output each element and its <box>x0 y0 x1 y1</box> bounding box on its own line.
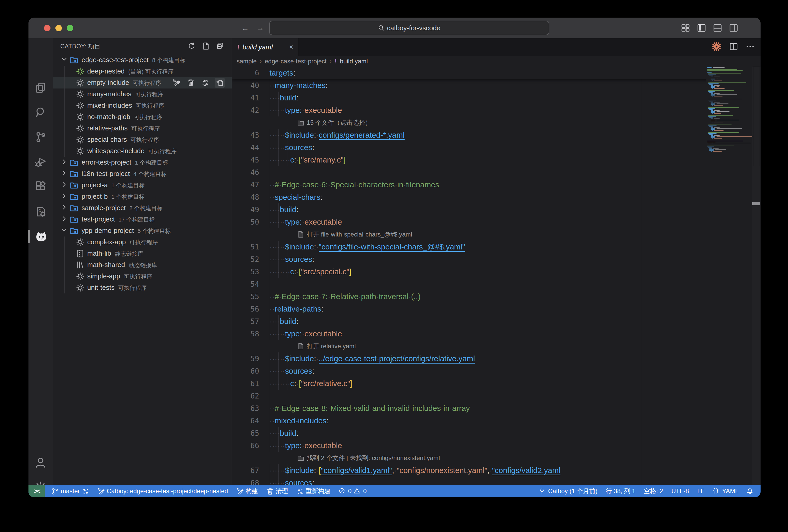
tree-target-empty-include[interactable]: empty-include可执行程序 <box>53 77 232 88</box>
panel-bottom-icon[interactable] <box>713 24 722 32</box>
status-空格: 2[interactable]: 空格: 2 <box>640 485 667 497</box>
chevron-right-icon[interactable] <box>61 170 67 178</box>
chevron-right-icon[interactable] <box>61 193 67 201</box>
tree-target-many-matches[interactable]: many-matches可执行程序 <box>53 88 232 100</box>
activity-search[interactable] <box>28 102 53 123</box>
activity-extensions[interactable] <box>28 177 53 197</box>
catboy-asterisk-icon[interactable] <box>712 42 721 52</box>
code-line-66[interactable]: 66······type:·executable <box>232 439 761 452</box>
tree-project-project-a[interactable]: project-a1 个构建目标 <box>53 180 232 191</box>
breadcrumb-item[interactable]: build.yaml <box>340 58 368 65</box>
chevron-right-icon[interactable] <box>61 204 67 212</box>
code-line-60[interactable]: 60······sources: <box>232 365 761 377</box>
breadcrumb-item[interactable]: sample <box>237 58 257 65</box>
code-line-48[interactable]: 48··special-chars: <box>232 191 761 203</box>
refresh-icon[interactable] <box>188 42 195 50</box>
tree-target-no-match-glob[interactable]: no-match-glob可执行程序 <box>53 111 232 123</box>
tree-project-project-b[interactable]: project-b1 个构建目标 <box>53 191 232 202</box>
status-清理[interactable]: 清理 <box>262 485 292 497</box>
code-line-68[interactable]: 68······sources: <box>232 477 761 485</box>
code-line-46[interactable]: 46 <box>232 166 761 179</box>
tree-project-ypp-demo-project[interactable]: ypp-demo-project5 个构建目标 <box>53 225 232 237</box>
tree-target-deep-nested[interactable]: deep-nested(当前) 可执行程序 <box>53 66 232 77</box>
minimize-window-button[interactable] <box>55 25 62 31</box>
code-line-67[interactable]: 67······$include:·["configs/valid1.yaml"… <box>232 464 761 477</box>
panel-right-icon[interactable] <box>729 24 738 32</box>
activity-account[interactable] <box>28 452 53 473</box>
code-line-63[interactable]: 63··#·Edge·case·8:·Mixed·valid·and·inval… <box>232 402 761 414</box>
activity-build-tools[interactable]: C++ <box>28 201 53 222</box>
back-icon[interactable]: ← <box>241 23 249 32</box>
chevron-down-icon[interactable] <box>61 227 67 235</box>
code-line-54[interactable]: 54 <box>232 278 761 290</box>
tree-target-whitespace-include[interactable]: whitespace-include可执行程序 <box>53 145 232 157</box>
close-window-button[interactable] <box>44 25 51 31</box>
code-line-64[interactable]: 64··mixed-includes: <box>232 414 761 427</box>
tree-target-relative-paths[interactable]: relative-paths可执行程序 <box>53 123 232 134</box>
code-lens-hint[interactable]: 打开 file-with-special-chars_@#$.yaml <box>232 228 761 241</box>
code-line-45[interactable]: 45········c:·["src/many.c"] <box>232 154 761 166</box>
code-line-41[interactable]: 41····build: <box>232 91 761 104</box>
tree-project-sample-project[interactable]: sample-project2 个构建目标 <box>53 202 232 214</box>
code-line-49[interactable]: 49····build: <box>232 203 761 216</box>
tree-target-unit-tests[interactable]: unit-tests可执行程序 <box>53 282 232 293</box>
action-trash[interactable] <box>185 78 196 88</box>
collapse-all-icon[interactable] <box>217 42 224 50</box>
more-actions-icon[interactable] <box>746 42 754 52</box>
tree-target-mixed-includes[interactable]: mixed-includes可执行程序 <box>53 100 232 111</box>
minimap[interactable] <box>706 67 752 485</box>
new-file-icon[interactable] <box>202 42 210 50</box>
status-YAML[interactable]: YAML <box>709 485 743 497</box>
code-lens-hint[interactable]: 找到 2 个文件 | 未找到: configs/nonexistent.yaml <box>232 452 761 464</box>
sticky-scroll-line[interactable]: 6targets: <box>232 67 752 79</box>
status-bell[interactable] <box>743 485 758 497</box>
chevron-right-icon[interactable] <box>61 181 67 189</box>
status-UTF-8[interactable]: UTF-8 <box>667 485 693 497</box>
chevron-right-icon[interactable] <box>61 159 67 167</box>
tree-target-math-shared[interactable]: math-shared动态链接库 <box>53 259 232 271</box>
code-line-50[interactable]: 50······type:·executable <box>232 216 761 228</box>
split-editor-icon[interactable] <box>729 42 738 52</box>
zoom-window-button[interactable] <box>67 25 73 31</box>
code-line-62[interactable]: 62 <box>232 390 761 402</box>
code-line-47[interactable]: 47··#·Edge·case·6:·Special·characters·in… <box>232 179 761 191</box>
activity-catboy[interactable] <box>28 226 53 247</box>
chevron-down-icon[interactable] <box>61 56 67 64</box>
code-line-59[interactable]: 59······$include:·../edge-case-test-proj… <box>232 352 761 365</box>
breadcrumb-item[interactable]: edge-case-test-project <box>265 58 327 65</box>
code-line-55[interactable]: 55··#·Edge·case·7:·Relative·path·travers… <box>232 290 761 303</box>
tab-build-yaml[interactable]: ! build.yaml × <box>232 38 299 56</box>
status-重新构建[interactable]: 重新构建 <box>292 485 335 497</box>
code-line-43[interactable]: 43······$include:·configs/generated-*.ya… <box>232 129 761 141</box>
tab-close-icon[interactable]: × <box>289 43 293 51</box>
code-line-61[interactable]: 61········c:·["src/relative.c"] <box>232 377 761 390</box>
code-line-51[interactable]: 51······$include:·"configs/file-with-spe… <box>232 241 761 253</box>
code-line-40[interactable]: 40··many-matches: <box>232 79 761 91</box>
activity-explorer[interactable] <box>28 77 53 98</box>
tree-target-math-lib[interactable]: math-lib静态链接库 <box>53 248 232 259</box>
code-lens-hint[interactable]: 打开 relative.yaml <box>232 340 761 352</box>
code-line-44[interactable]: 44······sources: <box>232 141 761 154</box>
tree-project-edge-case-test-project[interactable]: edge-case-test-project8 个构建目标 <box>53 54 232 66</box>
command-center-search[interactable]: catboy-for-vscode <box>269 21 549 35</box>
tree-project-error-test-project[interactable]: error-test-project1 个构建目标 <box>53 157 232 168</box>
tree-target-special-chars[interactable]: special-chars可执行程序 <box>53 134 232 145</box>
code-line-57[interactable]: 57····build: <box>232 315 761 328</box>
status-LF[interactable]: LF <box>693 485 709 497</box>
activity-run-debug[interactable] <box>28 151 53 172</box>
minimap-slider[interactable] <box>753 67 760 166</box>
code-line-42[interactable]: 42······type:·executable <box>232 104 761 117</box>
panel-left-icon[interactable] <box>697 24 706 32</box>
status-Catboy (1 个月前)[interactable]: Catboy (1 个月前) <box>535 485 602 497</box>
status-master[interactable]: master <box>47 485 93 497</box>
code-area[interactable]: 40··many-matches:41····build:42······typ… <box>232 67 761 485</box>
chevron-right-icon[interactable] <box>61 216 67 224</box>
activity-source-control[interactable] <box>28 127 53 147</box>
status-构建[interactable]: 构建 <box>232 485 262 497</box>
status-行 38, 列 1[interactable]: 行 38, 列 1 <box>602 485 640 497</box>
code-line-53[interactable]: 53········c:·["src/special.c"] <box>232 265 761 278</box>
code-line-65[interactable]: 65····build: <box>232 427 761 439</box>
code-line-58[interactable]: 58······type:·executable <box>232 328 761 340</box>
code-line-52[interactable]: 52······sources: <box>232 253 761 265</box>
layout-grid-icon[interactable] <box>681 24 690 32</box>
